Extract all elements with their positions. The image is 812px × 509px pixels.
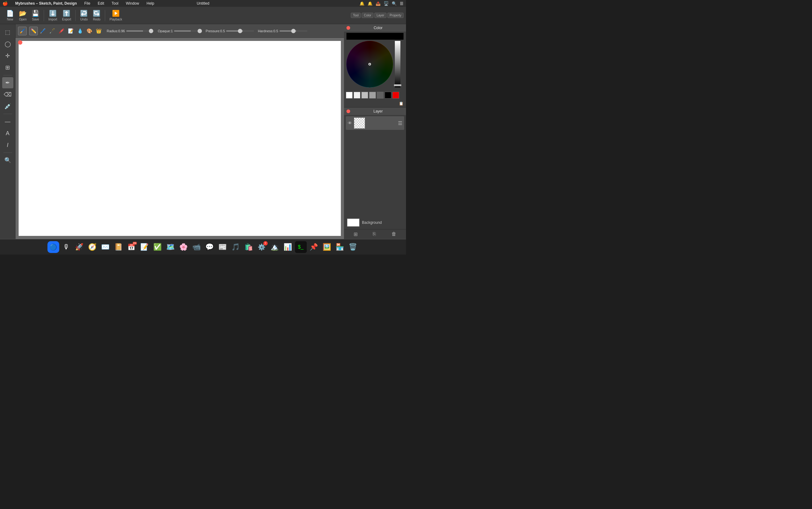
dock-photos[interactable]: 🌸 [178, 241, 190, 253]
brush-style-2[interactable]: 🖊️ [38, 27, 47, 35]
brush-style-special[interactable]: 👑 [94, 27, 103, 35]
notification2-icon[interactable]: 🔔 [367, 1, 372, 6]
notification-icon[interactable]: 🔔 [359, 1, 364, 6]
eyedropper-tool[interactable]: 💉 [2, 101, 13, 112]
dock-calendar[interactable]: 📅 29 [126, 241, 137, 253]
tool-sep3 [3, 152, 12, 153]
menu-edit[interactable]: Edit [96, 1, 105, 6]
dock-notebook[interactable]: 📔 [112, 241, 124, 253]
apple-icon[interactable]: 🍎 [2, 1, 8, 6]
dock-music[interactable]: 🎵 [230, 241, 241, 253]
layer-panel-close[interactable] [347, 109, 350, 113]
background-swatch[interactable] [347, 218, 359, 227]
export-button[interactable]: ⬆️ Export [60, 8, 73, 22]
tool-panel: ⬚ ◯ ✛ ⊞ ✒ ⌫ 💉 — A I 🔍 [0, 24, 15, 239]
radius-slider[interactable] [126, 30, 154, 32]
tool-tab[interactable]: Tool [351, 13, 361, 18]
brush-style-6[interactable]: 💧 [76, 27, 84, 35]
color-swatches [344, 91, 406, 100]
brush-style-5[interactable]: 📝 [66, 27, 75, 35]
swatch-black[interactable] [385, 92, 391, 99]
dock-news[interactable]: 📰 [217, 241, 229, 253]
add-layer-icon[interactable]: ⊞ [354, 231, 358, 237]
dock-store[interactable]: 🏪 [334, 241, 346, 253]
canvas[interactable] [19, 41, 341, 236]
dock-appstore[interactable]: 🛍️ [243, 241, 255, 253]
brush-style-4[interactable]: 🖍️ [57, 27, 66, 35]
dock-goodtask[interactable]: 📌 [308, 241, 320, 253]
menu-window[interactable]: Window [125, 1, 140, 6]
zoom-tool[interactable]: 🔍 [2, 155, 13, 166]
color-bar[interactable] [347, 33, 403, 40]
dock-camo[interactable]: 🏔️ [269, 241, 281, 253]
import-button[interactable]: ⬇️ Import [46, 8, 60, 22]
dock-photo-app[interactable]: 🖼️ [321, 241, 333, 253]
layer-menu-icon[interactable]: ☰ [398, 120, 402, 126]
new-button[interactable]: 📄 New [4, 8, 17, 22]
swatch-lightgray[interactable] [354, 92, 360, 99]
brush-style-1[interactable]: ✏️ [29, 27, 38, 35]
opaque-slider[interactable] [174, 30, 202, 32]
layer-tab[interactable]: Layer [375, 13, 386, 18]
hardness-slider[interactable] [280, 30, 307, 32]
playback-button[interactable]: ▶️ Playback [107, 8, 125, 22]
color-tab[interactable]: Color [362, 13, 373, 18]
transform-tool[interactable]: ✛ [2, 50, 13, 61]
save-button[interactable]: 💾 Save [29, 8, 42, 22]
duplicate-layer-icon[interactable]: ⎘ [373, 231, 376, 237]
dock-maps[interactable]: 🗺️ [165, 241, 176, 253]
dock-reminders[interactable]: ✅ [152, 241, 163, 253]
dock-terminal[interactable]: $_ [295, 241, 307, 253]
property-tab[interactable]: Property [387, 13, 403, 18]
crop-tool[interactable]: ⊞ [2, 62, 13, 73]
dock-launchpad[interactable]: 🚀 [73, 241, 85, 253]
eraser-tool[interactable]: ⌫ [2, 89, 13, 100]
redo-button[interactable]: ↪️ Redo [90, 8, 103, 22]
share-icon[interactable]: 📤 [376, 1, 381, 6]
window-title: Untitled [197, 1, 209, 6]
canvas-close-button[interactable] [18, 40, 22, 45]
layer-item-1[interactable]: 👁 ☰ [346, 116, 404, 130]
swatch-darkgray[interactable] [377, 92, 384, 99]
list-icon[interactable]: ☰ [400, 1, 403, 6]
swatch-red[interactable] [392, 92, 399, 99]
color-wheel-wrapper[interactable] [347, 41, 393, 88]
brush-style-3[interactable]: 🖋️ [48, 27, 57, 35]
canvas-area [15, 38, 344, 239]
dock-sysprefs[interactable]: ⚙️ 7 [256, 241, 268, 253]
search-icon[interactable]: 🔍 [392, 1, 397, 6]
layer-visibility-icon[interactable]: 👁 [348, 121, 352, 126]
delete-layer-icon[interactable]: 🗑 [391, 231, 396, 237]
pen-tool[interactable]: ✒ [2, 77, 13, 88]
dock-messages[interactable]: 💬 [204, 241, 216, 253]
undo-button[interactable]: ↩️ Undo [77, 8, 90, 22]
brush-tool-icon[interactable]: 🖌️ [18, 27, 27, 35]
menu-tool[interactable]: Tool [110, 1, 120, 6]
swatch-silver[interactable] [361, 92, 368, 99]
color-panel-close[interactable] [347, 26, 350, 30]
dock-mail[interactable]: ✉️ [100, 241, 111, 253]
swatch-white[interactable] [346, 92, 353, 99]
menu-appname[interactable]: Mybrushes – Sketch, Paint, Design [14, 1, 78, 6]
dock-tasks[interactable]: 📊 [282, 241, 294, 253]
dock-trash[interactable]: 🗑️ [347, 241, 359, 253]
menu-help[interactable]: Help [145, 1, 155, 6]
color-value-slider[interactable] [395, 41, 400, 88]
selection-ellipse-tool[interactable]: ◯ [2, 38, 13, 49]
dock-safari[interactable]: 🧭 [87, 241, 98, 253]
display-icon[interactable]: 🖥️ [384, 1, 389, 6]
color-copy-icon[interactable]: 📋 [398, 100, 404, 107]
line-tool[interactable]: — [2, 116, 13, 127]
dock-siri[interactable]: 🎙 [61, 241, 72, 253]
text-tool[interactable]: A [2, 128, 13, 139]
menu-file[interactable]: File [83, 1, 92, 6]
brush-style-7[interactable]: 🎨 [85, 27, 94, 35]
dock-notes[interactable]: 📝 [139, 241, 151, 253]
italic-tool[interactable]: I [2, 139, 13, 151]
open-button[interactable]: 📂 Open [17, 8, 29, 22]
dock-finder[interactable]: 🔵 [47, 241, 59, 253]
pressure-slider[interactable] [226, 30, 254, 32]
selection-rect-tool[interactable]: ⬚ [2, 27, 13, 38]
swatch-gray[interactable] [369, 92, 376, 99]
dock-facetime[interactable]: 📹 [191, 241, 202, 253]
